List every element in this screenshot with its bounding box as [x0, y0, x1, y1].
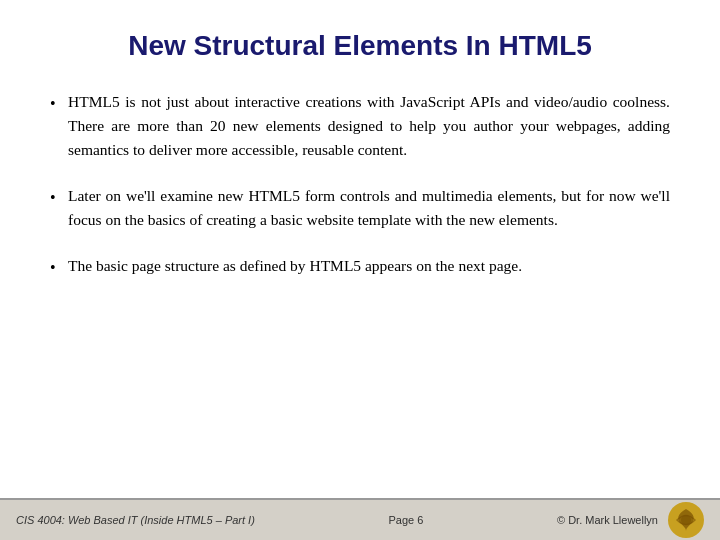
footer-logo-icon: [668, 502, 704, 538]
footer-right-group: © Dr. Mark Llewellyn: [557, 502, 704, 538]
bullet-text-3: The basic page structure as defined by H…: [68, 254, 670, 278]
bullet-dot-icon: •: [50, 186, 68, 211]
bullet-dot-icon: •: [50, 92, 68, 117]
list-item: • Later on we'll examine new HTML5 form …: [50, 184, 670, 232]
footer-copyright: © Dr. Mark Llewellyn: [557, 514, 658, 526]
bullet-text-1: HTML5 is not just about interactive crea…: [68, 90, 670, 162]
bullet-dot-icon: •: [50, 256, 68, 281]
footer-page-number: Page 6: [388, 514, 423, 526]
slide-footer: CIS 4004: Web Based IT (Inside HTML5 – P…: [0, 498, 720, 540]
bullet-text-2: Later on we'll examine new HTML5 form co…: [68, 184, 670, 232]
slide-title: New Structural Elements In HTML5: [50, 30, 670, 62]
footer-course-label: CIS 4004: Web Based IT (Inside HTML5 – P…: [16, 514, 255, 526]
list-item: • HTML5 is not just about interactive cr…: [50, 90, 670, 162]
slide-container: New Structural Elements In HTML5 • HTML5…: [0, 0, 720, 540]
list-item: • The basic page structure as defined by…: [50, 254, 670, 281]
bullet-list: • HTML5 is not just about interactive cr…: [50, 90, 670, 281]
slide-content: New Structural Elements In HTML5 • HTML5…: [0, 0, 720, 498]
